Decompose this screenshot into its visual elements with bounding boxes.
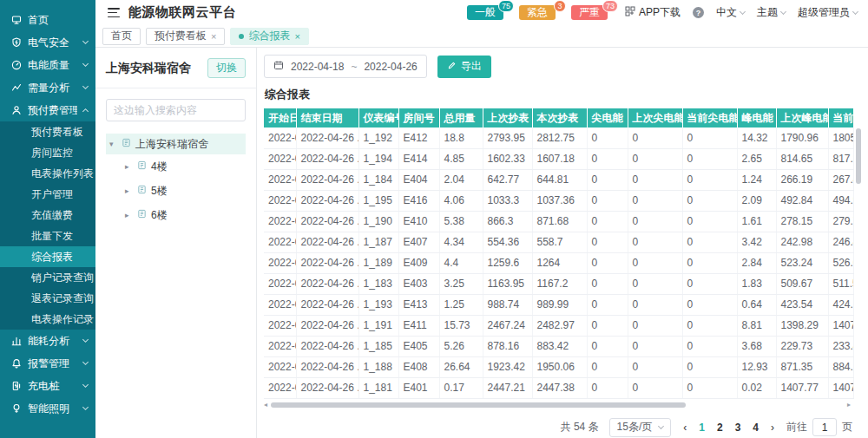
sidebar-item-prepaid-management[interactable]: 预付费管理 [0,99,95,121]
table-cell: 279.76 [828,211,854,232]
page-size-value: 15条/页 [617,420,653,435]
sidebar-item-demand-analysis[interactable]: 需量分析 [0,76,95,99]
goto-page-input[interactable]: 1 [812,418,837,436]
table-cell: 2022-0... [264,273,296,294]
table-cell: 233.41 [828,336,854,356]
scrollbar-thumb[interactable] [271,402,686,408]
chevron-down-icon [658,422,664,428]
page-number-3[interactable]: 3 [735,422,741,434]
tree-node[interactable]: ▸5楼 [106,179,246,203]
table-cell: 0 [587,190,628,211]
table-cell: 492.84 [776,190,828,211]
help-icon[interactable]: ? [693,7,704,18]
tab-prepaid-board[interactable]: 预付费看板 × [146,28,225,45]
tab-home[interactable]: 首页 [102,28,141,45]
sidebar-subitem[interactable]: 综合报表 [0,246,95,267]
page-size-select[interactable]: 15条/页 [609,418,672,437]
sidebar-subitem[interactable]: 退表记录查询 [0,288,95,309]
table-cell: 644.81 [532,169,587,190]
alarm-badge-一般[interactable]: 一般75 [467,5,503,20]
sidebar-subitem[interactable]: 销户记录查询 [0,267,95,288]
table-cell: 2022-04-26 ... [296,252,358,273]
report-table: 开始日期结束日期仪表编号房间号总用量上次抄表本次抄表尖电能上次尖电能当前尖电能峰… [264,108,854,399]
caret-down-icon[interactable]: ▾ [109,140,117,148]
theme-label: 主题 [757,5,778,20]
scrollbar-thumb[interactable] [856,128,861,184]
table-cell: 2022-04-26 ... [296,377,358,398]
sidebar-subitem[interactable]: 预付费看板 [0,121,95,142]
sidebar-item-charging-pile[interactable]: 充电桩 [0,375,95,397]
tab-comprehensive-report[interactable]: 综合报表 × [230,28,308,45]
building-icon [137,185,147,197]
table-cell: 2812.75 [532,127,587,148]
sidebar-subitem[interactable]: 开户管理 [0,184,95,205]
sidebar-subitem[interactable]: 批量下发 [0,226,95,246]
table-cell: 1.24 [737,169,776,190]
toolbar: 2022-04-18 ~ 2022-04-26 导出 [264,55,861,78]
table-cell: 0 [628,190,682,211]
sidebar-item-power-quality[interactable]: 电能质量 [0,54,95,76]
table-cell: 1602.33 [483,148,532,169]
caret-right-icon[interactable]: ▸ [125,186,133,195]
chevron-down-icon [852,8,858,14]
table-cell: 642.77 [483,169,532,190]
alarm-count: 75 [498,0,514,12]
scroll-left-icon[interactable]: ◂ [264,401,271,409]
table-cell: 0 [628,336,682,356]
table-cell: 2793.95 [483,127,532,148]
caret-right-icon[interactable]: ▸ [125,162,133,171]
close-icon[interactable]: × [211,31,216,42]
chevron-down-icon [82,382,89,388]
date-range-picker[interactable]: 2022-04-18 ~ 2022-04-26 [264,55,427,78]
table-cell: 0 [628,232,682,252]
tree-node[interactable]: ▸4楼 [106,154,246,179]
table-cell: 2467.24 [483,315,532,336]
scroll-right-icon[interactable]: ▸ [847,401,854,409]
alarm-badge-严重[interactable]: 严重73 [571,5,608,20]
prev-page-button[interactable]: ‹ [681,422,688,434]
sidebar-subitem[interactable]: 电表操作记录 [0,309,95,330]
horizontal-scrollbar[interactable]: ◂ ▸ [264,401,854,409]
theme-menu[interactable]: 主题 [757,5,786,20]
sidebar-item-alarm-management[interactable]: 报警管理 [0,352,95,375]
vertical-scrollbar[interactable] [856,128,861,407]
sidebar-subitem[interactable]: 电表操作列表 [0,163,95,184]
tree-node-root[interactable]: ▾ 上海安科瑞宿舍 [106,134,246,154]
column-header: 本次抄表 [532,108,587,127]
sidebar-item-electrical-safety[interactable]: 电气安全 [0,31,95,54]
alarm-badge-紧急[interactable]: 紧急3 [519,5,556,20]
sidebar-item-smart-lighting[interactable]: 智能照明 [0,397,95,420]
table-cell: 0 [682,294,737,315]
next-page-button[interactable]: › [769,422,776,434]
table-cell: 0 [587,252,628,273]
date-start[interactable]: 2022-04-18 [291,61,344,73]
prepaid-icon [11,105,22,115]
close-icon[interactable]: × [294,31,299,42]
table-cell: 1_189 [358,252,398,273]
page-number-4[interactable]: 4 [753,422,759,434]
user-menu[interactable]: 超级管理员 [798,5,858,20]
export-button[interactable]: 导出 [437,56,491,78]
menu-collapse-icon[interactable] [108,8,120,17]
building-icon [122,138,131,150]
switch-button[interactable]: 切换 [207,58,246,78]
table-cell: 1_185 [358,336,398,356]
page-number-2[interactable]: 2 [717,422,723,434]
sidebar-item-energy-analysis[interactable]: 能耗分析 [0,330,95,352]
caret-right-icon[interactable]: ▸ [125,211,133,219]
sidebar-subitem[interactable]: 房间监控 [0,142,95,163]
tree-search-input[interactable] [106,99,246,121]
app-download-link[interactable]: APP下载 [625,5,681,20]
table-cell: 0.02 [737,377,776,398]
language-menu[interactable]: 中文 [716,5,745,20]
sidebar-subitem[interactable]: 充值缴费 [0,205,95,226]
date-end[interactable]: 2022-04-26 [364,61,417,73]
page-number-1[interactable]: 1 [699,422,705,434]
table-cell: 0 [628,127,682,148]
table-cell: 2.04 [439,169,483,190]
tree-node[interactable]: ▸6楼 [106,203,246,227]
column-header: 上次抄表 [483,108,532,127]
column-header: 上次峰电能 [776,108,828,127]
sidebar-item-home[interactable]: 首页 [0,9,95,31]
power-quality-icon [11,60,22,70]
